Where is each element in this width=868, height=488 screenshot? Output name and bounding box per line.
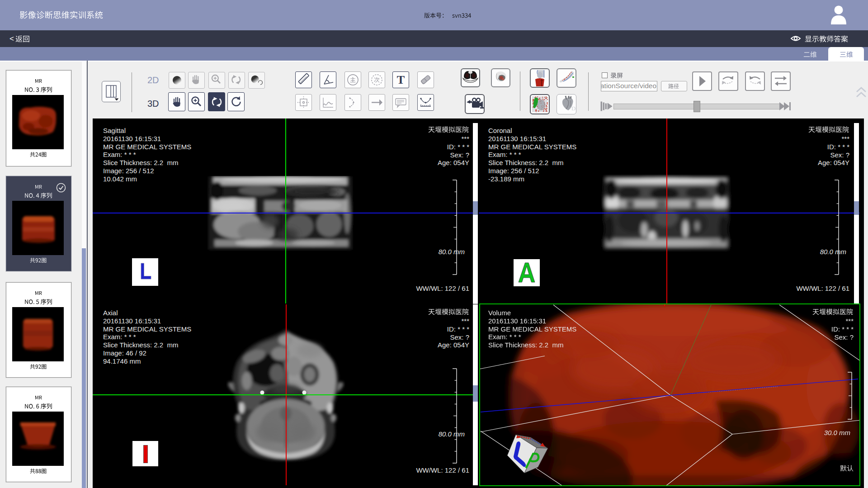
svg-text:D: D: [571, 105, 576, 112]
svg-text:T: T: [397, 73, 405, 86]
